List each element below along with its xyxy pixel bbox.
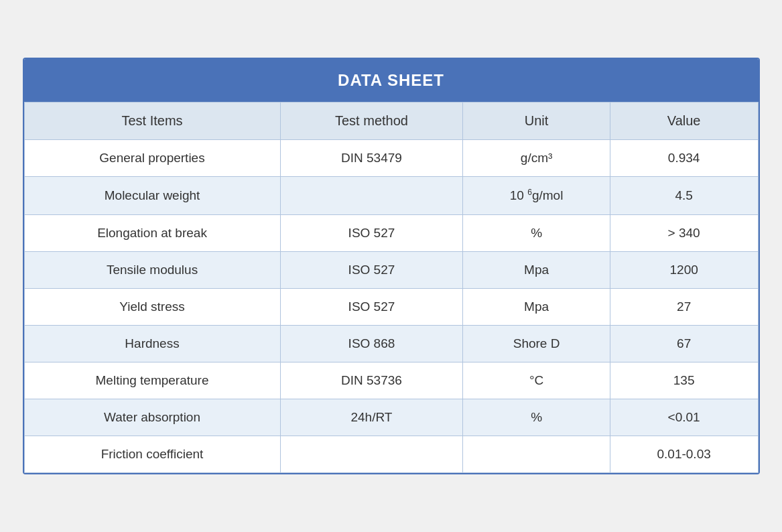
table-row: Molecular weight10 6g/mol4.5 — [24, 177, 758, 214]
cell-value: > 340 — [610, 214, 758, 251]
cell-unit: Shore D — [463, 325, 610, 362]
table-row: Elongation at breakISO 527%> 340 — [24, 214, 758, 251]
cell-unit: 10 6g/mol — [463, 177, 610, 214]
cell-value: 1200 — [610, 251, 758, 288]
cell-unit: % — [463, 214, 610, 251]
col-header-value: Value — [610, 103, 758, 140]
data-table: Test Items Test method Unit Value Genera… — [24, 102, 759, 472]
table-row: Yield stressISO 527Mpa27 — [24, 288, 758, 325]
cell-test-items: General properties — [24, 140, 280, 177]
cell-test-method: DIN 53736 — [280, 362, 463, 399]
cell-test-method: DIN 53479 — [280, 140, 463, 177]
cell-test-items: Friction coefficient — [24, 436, 280, 472]
cell-value: 135 — [610, 362, 758, 399]
cell-value: <0.01 — [610, 399, 758, 436]
cell-test-items: Hardness — [24, 325, 280, 362]
table-row: Friction coefficient0.01-0.03 — [24, 436, 758, 472]
table-header-row: Test Items Test method Unit Value — [24, 103, 758, 140]
cell-value: 67 — [610, 325, 758, 362]
table-row: HardnessISO 868Shore D67 — [24, 325, 758, 362]
cell-test-method: ISO 868 — [280, 325, 463, 362]
table-row: General propertiesDIN 53479g/cm³0.934 — [24, 140, 758, 177]
cell-test-items: Elongation at break — [24, 214, 280, 251]
cell-test-method: ISO 527 — [280, 214, 463, 251]
cell-test-items: Molecular weight — [24, 177, 280, 214]
cell-test-method — [280, 177, 463, 214]
cell-test-method — [280, 436, 463, 472]
sheet-title: DATA SHEET — [24, 59, 759, 102]
cell-test-items: Tensile modulus — [24, 251, 280, 288]
cell-unit: % — [463, 399, 610, 436]
cell-unit: Mpa — [463, 288, 610, 325]
col-header-test-method: Test method — [280, 103, 463, 140]
cell-test-method: ISO 527 — [280, 251, 463, 288]
cell-unit — [463, 436, 610, 472]
table-row: Tensile modulusISO 527Mpa1200 — [24, 251, 758, 288]
cell-test-items: Water absorption — [24, 399, 280, 436]
cell-unit: °C — [463, 362, 610, 399]
cell-unit: g/cm³ — [463, 140, 610, 177]
cell-test-method: 24h/RT — [280, 399, 463, 436]
cell-unit: Mpa — [463, 251, 610, 288]
cell-test-items: Yield stress — [24, 288, 280, 325]
table-row: Melting temperatureDIN 53736°C135 — [24, 362, 758, 399]
cell-test-method: ISO 527 — [280, 288, 463, 325]
table-body: General propertiesDIN 53479g/cm³0.934Mol… — [24, 140, 758, 472]
cell-value: 4.5 — [610, 177, 758, 214]
col-header-test-items: Test Items — [24, 103, 280, 140]
data-sheet-container: DATA SHEET Test Items Test method Unit V… — [23, 58, 760, 474]
cell-value: 0.01-0.03 — [610, 436, 758, 472]
cell-value: 0.934 — [610, 140, 758, 177]
cell-test-items: Melting temperature — [24, 362, 280, 399]
col-header-unit: Unit — [463, 103, 610, 140]
table-row: Water absorption24h/RT%<0.01 — [24, 399, 758, 436]
cell-value: 27 — [610, 288, 758, 325]
